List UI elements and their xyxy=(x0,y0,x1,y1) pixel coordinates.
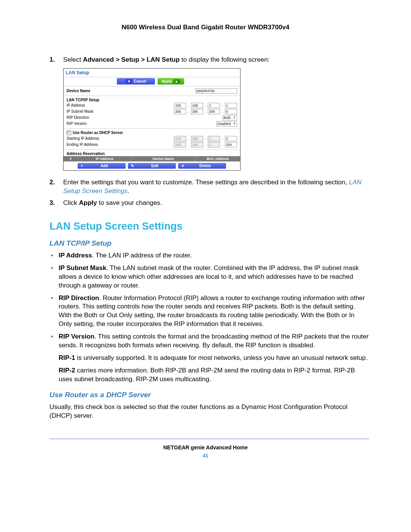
rip-direction-select[interactable]: Both▼ xyxy=(223,115,237,120)
paragraph: RIP-2 carries more information. Both RIP… xyxy=(49,366,369,384)
device-name-input[interactable] xyxy=(195,88,237,94)
step-number: 3. xyxy=(49,199,55,208)
rip-version-label: RIP Version xyxy=(67,121,143,126)
check-icon: ✔ xyxy=(67,130,70,134)
page-header: N600 Wireless Dual Band Gigabit Router W… xyxy=(0,24,411,31)
dhcp-checkbox-label: Use Router as DHCP Server xyxy=(73,131,237,135)
step-number: 2. xyxy=(49,178,55,187)
chevron-down-icon: ▼ xyxy=(233,122,236,125)
footer-title: NETGEAR genie Advanced Home xyxy=(0,444,411,451)
table-header-cell: Device Name xyxy=(131,156,196,161)
rip-direction-label: RIP Direction xyxy=(67,115,143,120)
start-ip-octet-input[interactable] xyxy=(191,136,203,141)
pencil-icon: ✎ xyxy=(131,164,134,168)
ip-octet-input[interactable] xyxy=(174,103,186,108)
step-text: to save your changes. xyxy=(97,199,162,206)
device-name-label: Device Name xyxy=(67,89,143,93)
bullet-item: •IP Subnet Mask. The LAN subnet mask of … xyxy=(49,264,369,290)
end-ip-octet-input[interactable] xyxy=(208,142,220,147)
cancel-button[interactable]: ✕Cancel xyxy=(117,78,155,85)
step-number: 1. xyxy=(49,56,55,64)
step-text: Click xyxy=(63,199,79,206)
mask-octet-input[interactable] xyxy=(225,109,237,114)
bullet-icon: • xyxy=(51,264,53,273)
start-ip-octet-input[interactable] xyxy=(208,136,220,141)
step-1: 1. Select Advanced > Setup > LAN Setup t… xyxy=(49,56,369,64)
page-number: 41 xyxy=(0,453,411,459)
bullet-item: •RIP Version. This setting controls the … xyxy=(49,332,369,350)
end-ip-octet-input[interactable] xyxy=(191,142,203,147)
dhcp-checkbox[interactable]: ✔ xyxy=(67,131,71,135)
lan-tcpip-section-label: LAN TCP/IP Setup xyxy=(67,98,143,102)
mask-octet-input[interactable] xyxy=(208,109,220,114)
ip-octet-input[interactable] xyxy=(225,103,237,108)
step-bold: Apply xyxy=(79,199,97,206)
step-text: to display the following screen: xyxy=(180,56,269,63)
reservation-table-header: # IP Address Device Name MAC Address xyxy=(64,156,240,161)
ip-octet-input[interactable] xyxy=(208,103,220,108)
end-ip-octet-input[interactable] xyxy=(174,142,186,147)
start-ip-octet-input[interactable] xyxy=(174,136,186,141)
ip-octet-input[interactable] xyxy=(191,103,203,108)
apply-button[interactable]: Apply▸ xyxy=(158,78,184,85)
mask-octet-input[interactable] xyxy=(191,109,203,114)
ip-address-label: IP Address xyxy=(67,103,143,107)
step-text: Select xyxy=(63,56,83,63)
table-header-cell: # xyxy=(64,156,78,161)
step-2: 2. Enter the settings that you want to c… xyxy=(49,178,369,196)
table-header-cell: IP Address xyxy=(78,156,131,161)
edit-button[interactable]: ✎Edit xyxy=(128,163,176,169)
bullet-item: •IP Address. The LAN IP address of the r… xyxy=(49,251,369,260)
subnet-mask-label: IP Subnet Mask xyxy=(67,109,143,113)
ending-ip-label: Ending IP Address xyxy=(67,142,143,147)
step-bold: Advanced > Setup > LAN Setup xyxy=(83,56,180,63)
paragraph: RIP-1 is universally supported. It is ad… xyxy=(49,354,369,363)
bullet-icon: • xyxy=(51,294,53,303)
close-icon: ✕ xyxy=(181,164,184,168)
panel-title: LAN Setup xyxy=(64,69,240,77)
step-text: . xyxy=(127,187,129,195)
delete-button[interactable]: ✕Delete xyxy=(178,163,226,169)
bullet-icon: • xyxy=(51,251,53,260)
address-reservation-label: Address Reservation xyxy=(67,152,143,156)
chevron-down-icon: ▼ xyxy=(233,116,236,119)
starting-ip-label: Starting IP Address xyxy=(67,136,143,141)
add-button[interactable]: +Add xyxy=(78,163,126,169)
bullet-item: •RIP Direction. Router Information Proto… xyxy=(49,294,369,329)
mask-octet-input[interactable] xyxy=(174,109,186,114)
lan-setup-screenshot: LAN Setup ✕Cancel Apply▸ Device Name LAN… xyxy=(63,68,241,171)
step-3: 3. Click Apply to save your changes. xyxy=(49,199,369,208)
step-text: Enter the settings that you want to cust… xyxy=(63,179,349,186)
table-header-cell: MAC Address xyxy=(196,156,240,161)
end-ip-octet-input[interactable] xyxy=(225,142,237,147)
paragraph: Usually, this check box is selected so t… xyxy=(49,403,369,420)
bullet-icon: • xyxy=(51,332,53,341)
start-ip-octet-input[interactable] xyxy=(225,136,237,141)
section-heading: LAN Setup Screen Settings xyxy=(49,220,369,232)
arrow-right-icon: ▸ xyxy=(174,79,180,83)
plus-icon: + xyxy=(81,164,83,168)
close-icon: ✕ xyxy=(126,79,132,83)
footer-divider xyxy=(49,439,369,439)
subsection-heading: LAN TCP/IP Setup xyxy=(49,239,369,248)
subsection-heading: Use Router as a DHCP Server xyxy=(49,391,369,399)
rip-version-select[interactable]: Disabled▼ xyxy=(216,121,237,126)
